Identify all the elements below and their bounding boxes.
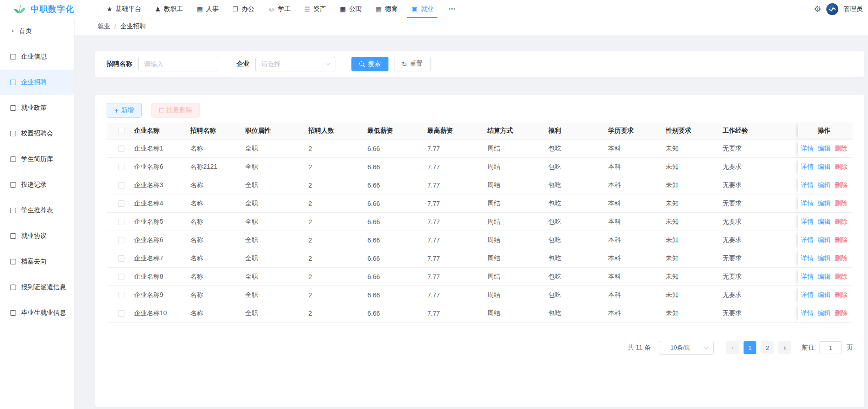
row-checkbox[interactable] [118,164,124,170]
trash-icon [159,108,164,113]
sidebar-item[interactable]: 就业协议 [0,223,74,249]
cell-min-salary: 6.66 [367,268,427,286]
document-icon [232,6,238,12]
user-name[interactable]: 管理员 [843,5,863,13]
page-number-button[interactable]: 2 [761,341,774,354]
sidebar-item[interactable]: 学生简历库 [0,146,74,172]
main-area: 就业 / 企业招聘 招聘名称 企业 请选择 搜索 [75,18,868,409]
next-page-button[interactable]: › [778,341,791,354]
goto-page-input[interactable] [819,341,842,354]
page-size-select[interactable]: 10条/页 [659,341,714,355]
table-row: 企业名称10 名称 全职 2 6.66 7.77 周结 包吃 本科 未知 无要求 [107,304,853,323]
refresh-icon [402,60,407,68]
sidebar-item[interactable]: 企业信息 [0,44,74,70]
prev-page-button[interactable]: ‹ [726,341,739,354]
recruit-name-input[interactable] [138,57,218,71]
delete-link[interactable]: 删除 [835,236,847,244]
edit-link[interactable]: 编辑 [818,291,830,299]
edit-link[interactable]: 编辑 [818,181,830,189]
gear-icon[interactable] [814,5,821,13]
search-button[interactable]: 搜索 [351,57,388,71]
edit-link[interactable]: 编辑 [818,309,830,318]
sidebar-item[interactable]: 企业招聘 [0,70,74,95]
detail-link[interactable]: 详情 [801,145,814,153]
cell-welfare: 包吃 [548,268,608,286]
edit-link[interactable]: 编辑 [818,199,830,208]
delete-link[interactable]: 删除 [835,181,847,189]
edit-link[interactable]: 编辑 [818,273,830,281]
cell-min-salary: 6.66 [367,249,427,268]
company-select[interactable]: 请选择 [255,57,335,71]
add-button[interactable]: 新增 [107,103,142,118]
row-checkbox[interactable] [118,237,124,243]
row-checkbox[interactable] [118,310,124,317]
delete-link[interactable]: 删除 [835,163,847,171]
sidebar-item[interactable]: 投递记录 [0,172,74,198]
nav-item[interactable]: 人事 [190,0,226,18]
detail-link[interactable]: 详情 [801,163,814,171]
row-checkbox[interactable] [118,200,124,207]
row-checkbox[interactable] [118,292,124,298]
nav-item[interactable]: 就业 [404,0,440,18]
sidebar-item[interactable]: 校园招聘会 [0,121,74,146]
row-checkbox[interactable] [118,219,124,225]
sidebar-item[interactable]: 首页 [0,18,74,44]
avatar[interactable] [826,3,838,15]
detail-link[interactable]: 详情 [801,254,814,263]
detail-link[interactable]: 详情 [801,218,814,226]
delete-link[interactable]: 删除 [835,218,847,226]
avatar-logo-icon [828,5,836,13]
edit-link[interactable]: 编辑 [818,218,830,226]
sidebar-item[interactable]: 档案去向 [0,249,74,274]
delete-link[interactable]: 删除 [835,291,847,299]
sidebar-item[interactable]: 毕业生就业信息 [0,300,74,326]
nav-item[interactable]: 办公 [226,0,261,18]
cell-experience: 无要求 [722,158,786,176]
nav-item[interactable]: 德育 [369,0,404,18]
cell-max-salary: 7.77 [427,249,487,268]
breadcrumb-separator: / [114,23,116,30]
edit-link[interactable]: 编辑 [818,254,830,263]
cell-education: 本科 [608,140,666,158]
delete-link[interactable]: 删除 [835,254,847,263]
sidebar-item-label: 毕业生就业信息 [21,309,66,317]
page-number-button[interactable]: 1 [744,341,756,354]
edit-link[interactable]: 编辑 [818,145,830,153]
delete-link[interactable]: 删除 [835,273,847,281]
row-checkbox[interactable] [118,255,124,262]
select-all-checkbox[interactable] [118,128,124,134]
nav-item[interactable]: 资产 [297,0,333,18]
nav-item[interactable]: 基础平台 [100,0,148,18]
row-checkbox[interactable] [118,182,124,188]
edit-link[interactable]: 编辑 [818,236,830,244]
sidebar-item[interactable]: 报到证派遣信息 [0,274,74,300]
sidebar-item[interactable]: 就业政策 [0,95,74,121]
edit-link[interactable]: 编辑 [818,163,830,171]
row-checkbox[interactable] [118,145,124,152]
batch-delete-button[interactable]: 批量删除 [151,103,200,118]
sidebar-item[interactable]: 学生推荐表 [0,198,74,223]
brand-logo[interactable]: 中职数字化 [13,4,100,15]
delete-link[interactable]: 删除 [835,309,847,318]
sidebar-item-label: 企业信息 [21,53,47,61]
reset-button[interactable]: 重置 [394,57,431,71]
cell-welfare: 包吃 [548,249,608,268]
nav-item[interactable]: 学工 [261,0,297,18]
detail-link[interactable]: 详情 [801,291,814,299]
detail-link[interactable]: 详情 [801,199,814,208]
cell-type: 全职 [245,304,308,323]
nav-more-button[interactable]: ••• [440,6,464,12]
row-checkbox[interactable] [118,274,124,280]
detail-link[interactable]: 详情 [801,236,814,244]
sidebar-item-label: 就业政策 [21,104,47,112]
delete-link[interactable]: 删除 [835,199,847,208]
detail-link[interactable]: 详情 [801,181,814,189]
detail-link[interactable]: 详情 [801,273,814,281]
cell-company: 企业名称5 [134,213,190,231]
delete-link[interactable]: 删除 [835,145,847,153]
nav-item[interactable]: 教职工 [148,0,190,18]
detail-link[interactable]: 详情 [801,309,814,318]
nav-item[interactable]: 公寓 [333,0,369,18]
app-window: 中职数字化 基础平台 教职工 人事 [0,0,868,409]
column-header: 招聘人数 [308,123,367,140]
